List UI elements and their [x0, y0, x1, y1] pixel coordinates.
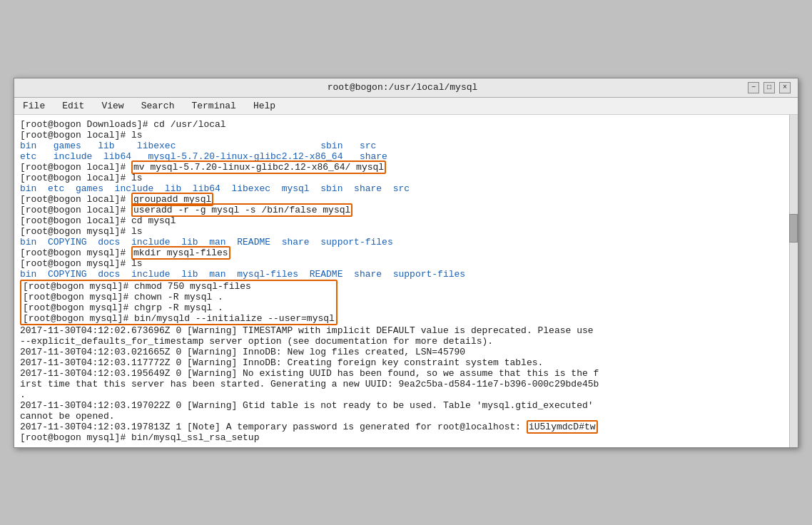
terminal-line: [root@bogon Downloads]# cd /usr/local	[20, 119, 792, 130]
menu-help[interactable]: Help	[250, 100, 278, 112]
minimize-button[interactable]: −	[748, 82, 759, 93]
terminal-line: [root@bogon mysql]# bin/mysql_ssl_rsa_se…	[20, 432, 792, 443]
command-highlight: useradd -r -g mysql -s /bin/false mysql	[131, 203, 352, 217]
terminal-line: [root@bogon local]# ls	[20, 173, 792, 183]
close-button[interactable]: ×	[779, 82, 791, 93]
command-highlight: mv mysql-5.7.20-linux-glibc2.12-x86_64/ …	[131, 160, 386, 174]
terminal-line: 2017-11-30T04:12:03.197813Z 1 [Note] A t…	[20, 422, 792, 432]
terminal-line: [root@bogon local]# ls	[20, 130, 792, 141]
terminal-line: [root@bogon local]# cd mysql	[20, 215, 792, 226]
terminal-line: [root@bogon mysql]# ls	[20, 258, 792, 269]
menu-search[interactable]: Search	[138, 100, 178, 112]
terminal-line: [root@bogon mysql]# chmod 750 mysql-file…	[23, 281, 335, 292]
terminal-line: 2017-11-30T04:12:03.197022Z 0 [Warning] …	[20, 400, 792, 411]
terminal-line: bin COPYING docs include lib man mysql-f…	[20, 269, 792, 280]
password-highlight: iU5lymdcD#tw	[527, 420, 598, 434]
terminal-line: 2017-11-30T04:12:03.195649Z 0 [Warning] …	[20, 368, 792, 379]
terminal-line: [root@bogon mysql]# mkdir mysql-files	[20, 248, 792, 258]
terminal-line: 2017-11-30T04:12:03.021665Z 0 [Warning] …	[20, 347, 792, 357]
terminal-body[interactable]: [root@bogon Downloads]# cd /usr/local [r…	[14, 115, 798, 447]
maximize-button[interactable]: □	[763, 82, 775, 93]
menu-terminal[interactable]: Terminal	[188, 100, 238, 112]
terminal-window: root@bogon:/usr/local/mysql − □ × File E…	[14, 78, 798, 448]
terminal-line: [root@bogon mysql]# bin/mysqld --initial…	[23, 313, 335, 324]
terminal-line: cannot be opened.	[20, 411, 792, 422]
scrollbar-thumb[interactable]	[789, 214, 798, 243]
terminal-line: [root@bogon local]# mv mysql-5.7.20-linu…	[20, 162, 792, 173]
menu-bar: File Edit View Search Terminal Help	[14, 98, 798, 115]
terminal-line: [root@bogon mysql]# chgrp -R mysql .	[23, 302, 335, 313]
title-bar: root@bogon:/usr/local/mysql − □ ×	[14, 78, 798, 98]
terminal-line: [root@bogon local]# useradd -r -g mysql …	[20, 205, 792, 215]
terminal-line: 2017-11-30T04:12:02.673696Z 0 [Warning] …	[20, 325, 792, 336]
terminal-line: bin games lib libexec sbin src	[20, 141, 792, 151]
menu-file[interactable]: File	[20, 100, 48, 112]
terminal-line: .	[20, 389, 792, 400]
command-highlight: mkdir mysql-files	[131, 246, 230, 260]
terminal-line: irst time that this server has been star…	[20, 379, 792, 389]
menu-edit[interactable]: Edit	[59, 100, 87, 112]
terminal-line: [root@bogon mysql]# ls	[20, 226, 792, 237]
menu-view[interactable]: View	[98, 100, 126, 112]
terminal-line: [root@bogon mysql]# chown -R mysql .	[23, 292, 335, 302]
command-block-highlight: [root@bogon mysql]# chmod 750 mysql-file…	[20, 280, 338, 325]
window-controls: − □ ×	[748, 82, 791, 93]
terminal-line: 2017-11-30T04:12:03.117772Z 0 [Warning] …	[20, 357, 792, 368]
terminal-line: --explicit_defaults_for_timestamp server…	[20, 336, 792, 347]
window-title: root@bogon:/usr/local/mysql	[57, 82, 748, 93]
scrollbar[interactable]	[789, 115, 798, 447]
terminal-wrapper: [root@bogon Downloads]# cd /usr/local [r…	[14, 115, 798, 447]
